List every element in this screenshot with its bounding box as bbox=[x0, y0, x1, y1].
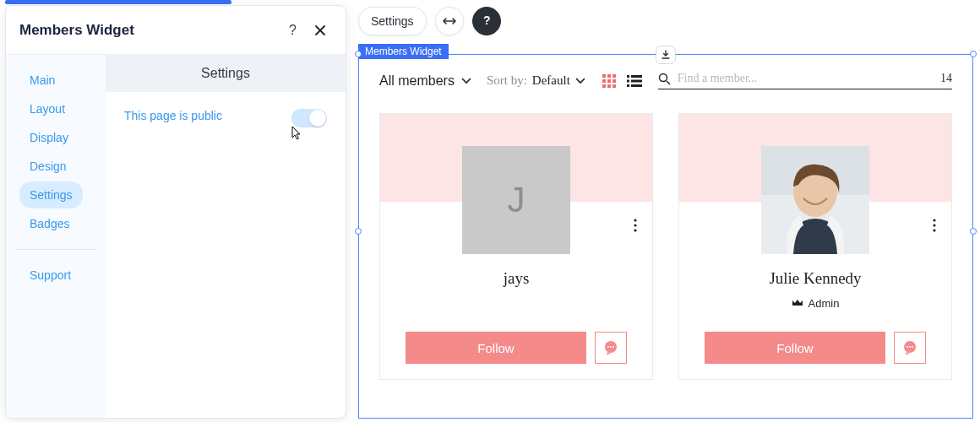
svg-rect-11 bbox=[627, 75, 629, 78]
list-icon bbox=[627, 75, 642, 87]
card-more-button[interactable] bbox=[634, 219, 637, 232]
progress-bar bbox=[5, 0, 231, 4]
avatar-initial: J bbox=[508, 180, 525, 220]
svg-rect-13 bbox=[627, 79, 629, 82]
svg-point-29 bbox=[933, 224, 935, 226]
panel-content: Settings This page is public bbox=[106, 55, 346, 418]
stretch-icon bbox=[442, 16, 457, 26]
svg-rect-4 bbox=[612, 74, 616, 78]
member-name: jays bbox=[504, 269, 530, 288]
svg-rect-7 bbox=[612, 79, 616, 83]
nav-settings[interactable]: Settings bbox=[19, 181, 83, 208]
svg-point-34 bbox=[912, 346, 913, 348]
svg-rect-3 bbox=[607, 74, 611, 78]
list-view-button[interactable] bbox=[626, 73, 643, 89]
filter-label: All members bbox=[379, 73, 455, 89]
svg-point-22 bbox=[607, 346, 609, 348]
search-input[interactable] bbox=[678, 72, 934, 85]
resize-handle[interactable] bbox=[355, 51, 362, 57]
stretch-pill[interactable] bbox=[435, 7, 464, 35]
more-vertical-icon bbox=[634, 219, 637, 232]
panel-sidenav: Main Layout Display Design Settings Badg… bbox=[6, 55, 106, 418]
canvas-toolbar: Settings ? bbox=[358, 7, 501, 35]
sort-label: Sort by: bbox=[487, 73, 527, 88]
panel-title: Members Widget bbox=[19, 22, 134, 39]
chat-icon bbox=[901, 339, 918, 356]
search-icon bbox=[658, 73, 671, 85]
svg-point-30 bbox=[933, 229, 935, 231]
svg-point-33 bbox=[909, 346, 911, 348]
svg-point-18 bbox=[634, 219, 636, 221]
widget-badge: Members Widget bbox=[358, 44, 449, 59]
svg-rect-6 bbox=[607, 79, 611, 83]
follow-button[interactable]: Follow bbox=[406, 332, 586, 364]
nav-main[interactable]: Main bbox=[19, 67, 65, 94]
grid-view-button[interactable] bbox=[601, 73, 618, 89]
widget-wrap: Members Widget All members Sort by: Defa… bbox=[358, 44, 973, 419]
chat-icon bbox=[602, 339, 619, 356]
more-vertical-icon bbox=[933, 219, 936, 232]
sort-value: Default bbox=[532, 73, 570, 88]
nav-divider bbox=[16, 249, 95, 250]
svg-rect-9 bbox=[607, 84, 611, 88]
role-label: Admin bbox=[808, 297, 840, 310]
svg-rect-5 bbox=[602, 79, 606, 83]
svg-point-20 bbox=[634, 229, 636, 231]
download-button[interactable] bbox=[656, 46, 676, 64]
settings-pill-label: Settings bbox=[371, 14, 414, 28]
sort-dropdown[interactable]: Sort by: Default bbox=[487, 73, 585, 88]
member-card: Julie Kennedy Admin Follow bbox=[678, 113, 952, 380]
nav-design[interactable]: Design bbox=[19, 153, 77, 180]
member-card: J jays Follow bbox=[379, 113, 653, 380]
nav-support[interactable]: Support bbox=[19, 262, 81, 289]
svg-point-19 bbox=[634, 224, 636, 226]
widget-frame[interactable]: All members Sort by: Default bbox=[358, 54, 973, 419]
svg-point-28 bbox=[933, 219, 935, 221]
card-more-button[interactable] bbox=[933, 219, 936, 232]
svg-rect-15 bbox=[627, 84, 629, 87]
member-count: 14 bbox=[940, 72, 952, 85]
download-icon bbox=[661, 50, 671, 60]
nav-layout[interactable]: Layout bbox=[19, 95, 75, 122]
avatar-photo bbox=[761, 146, 869, 254]
svg-text:?: ? bbox=[483, 14, 491, 27]
svg-rect-8 bbox=[602, 84, 606, 88]
crown-icon bbox=[792, 299, 803, 307]
widget-toolbar: All members Sort by: Default bbox=[379, 72, 952, 89]
chevron-down-icon bbox=[575, 78, 585, 84]
resize-handle[interactable] bbox=[355, 228, 362, 235]
member-cards: J jays Follow bbox=[379, 113, 952, 380]
setting-public-row: This page is public bbox=[106, 92, 346, 144]
svg-point-23 bbox=[610, 346, 612, 348]
help-pill[interactable]: ? bbox=[472, 7, 501, 35]
svg-rect-12 bbox=[631, 75, 642, 78]
filter-dropdown[interactable]: All members bbox=[379, 73, 471, 89]
nav-badges[interactable]: Badges bbox=[19, 210, 79, 237]
settings-pill[interactable]: Settings bbox=[358, 7, 427, 35]
resize-handle[interactable] bbox=[970, 228, 977, 235]
svg-text:?: ? bbox=[289, 24, 297, 37]
chat-button[interactable] bbox=[894, 332, 926, 364]
svg-rect-2 bbox=[602, 74, 606, 78]
member-role: Admin bbox=[792, 296, 840, 310]
chevron-down-icon bbox=[461, 78, 471, 84]
panel-header: Members Widget ? bbox=[6, 6, 346, 55]
search-field[interactable]: 14 bbox=[658, 72, 952, 89]
chat-button[interactable] bbox=[595, 332, 627, 364]
question-icon: ? bbox=[482, 14, 491, 28]
svg-rect-16 bbox=[631, 84, 642, 87]
close-icon[interactable] bbox=[308, 19, 332, 42]
panel-section-title: Settings bbox=[106, 55, 346, 92]
setting-public-label: This page is public bbox=[124, 109, 291, 122]
svg-rect-10 bbox=[612, 84, 616, 88]
resize-handle[interactable] bbox=[970, 51, 977, 57]
svg-point-17 bbox=[659, 73, 667, 81]
member-name: Julie Kennedy bbox=[769, 269, 861, 288]
public-toggle[interactable] bbox=[291, 109, 327, 127]
help-icon[interactable]: ? bbox=[281, 19, 305, 42]
svg-rect-14 bbox=[631, 79, 642, 82]
follow-button[interactable]: Follow bbox=[705, 332, 885, 364]
svg-point-24 bbox=[612, 346, 614, 348]
nav-display[interactable]: Display bbox=[19, 124, 79, 151]
avatar-placeholder: J bbox=[462, 146, 570, 254]
